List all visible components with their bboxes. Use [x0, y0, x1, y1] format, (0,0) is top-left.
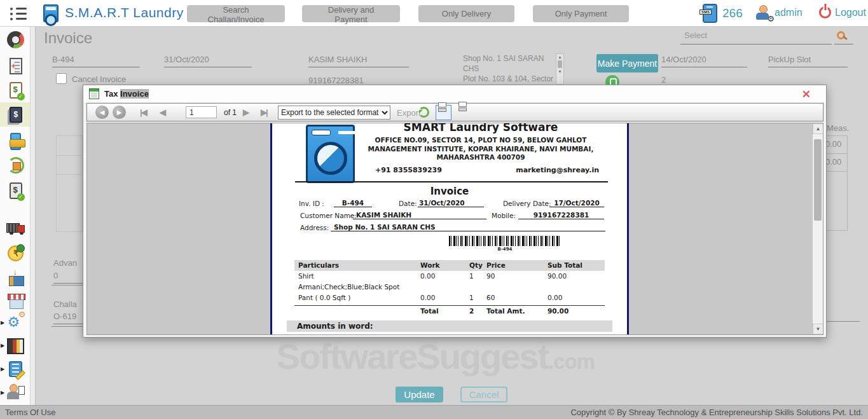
- page-title: Invoice: [44, 29, 92, 47]
- refresh-icon[interactable]: [418, 107, 429, 118]
- scroll-down-icon[interactable]: ▼: [813, 324, 823, 334]
- only-payment-button[interactable]: Only Payment: [533, 5, 629, 22]
- delivery-truck-icon: [6, 221, 25, 235]
- viewer-scrollbar[interactable]: ▲ ▼: [812, 123, 823, 334]
- history-forward-button[interactable]: ▶: [113, 106, 126, 119]
- scrollbar-thumb[interactable]: [814, 139, 822, 221]
- sidebar-item-new-order[interactable]: [0, 54, 31, 78]
- next-page-button[interactable]: ▶: [243, 107, 248, 117]
- collection-rupee-icon: [8, 245, 24, 261]
- report-viewer: SMART Laundry Software OFFICE NO.09, SEC…: [86, 123, 823, 335]
- print-icon[interactable]: [457, 105, 472, 120]
- advance-field[interactable]: 0: [53, 271, 83, 284]
- inv-date-value: 31/Oct/2020: [418, 199, 484, 207]
- admin-user-icon[interactable]: ⚙: [755, 5, 772, 22]
- inv-id-label: Inv. ID :: [299, 200, 324, 207]
- search-field[interactable]: [834, 31, 853, 45]
- inv-customer-value: KASIM SHAIKH: [353, 211, 486, 219]
- address-scrollbar[interactable]: ▲▼: [556, 53, 564, 85]
- sidebar-item-package-return[interactable]: [0, 153, 31, 177]
- terms-of-use-link[interactable]: Terms Of Use: [5, 408, 55, 417]
- sidebar-item-delivery[interactable]: [0, 216, 31, 240]
- history-back-button[interactable]: ◀: [95, 106, 109, 119]
- sidebar-item-dashboard[interactable]: [0, 27, 31, 52]
- sidebar-item-accounts[interactable]: [0, 380, 31, 404]
- sidebar-item-inward[interactable]: [0, 266, 31, 290]
- package-return-icon: [7, 156, 25, 174]
- challan-label: Challa: [53, 299, 83, 312]
- logout-button[interactable]: Logout: [835, 7, 866, 18]
- export-format-select[interactable]: Export to the selected format: [278, 106, 390, 120]
- page-number-input[interactable]: [186, 106, 217, 118]
- inv-mobile-value: 919167228381: [518, 211, 604, 219]
- search-icon[interactable]: [837, 31, 845, 39]
- table-row: Shirt 0.00 1 90 90.00: [294, 271, 605, 282]
- sidebar-item-invoice[interactable]: [0, 102, 31, 127]
- sms-phone-icon[interactable]: [703, 4, 717, 23]
- admin-user-label[interactable]: admin: [775, 7, 803, 18]
- top-bar: S.M.A.R.T Laundry Search Challan/Invoice…: [0, 0, 868, 27]
- challan-clipboard-icon: [10, 182, 22, 199]
- select-dropdown[interactable]: Select: [680, 31, 832, 45]
- amounts-in-word-label: Amounts in word:: [287, 320, 612, 332]
- invoice-date-field[interactable]: 31/Oct/2020: [164, 55, 252, 67]
- address-textarea[interactable]: Shop No. 1 SAI SARAN CHS Plot No. 103 & …: [463, 53, 565, 85]
- advance-label: Advan: [53, 258, 83, 271]
- sidebar-item-collection[interactable]: [0, 241, 31, 265]
- update-button[interactable]: Update: [396, 387, 443, 402]
- meas-column-header: Meas.: [827, 123, 852, 136]
- delivery-date-field[interactable]: 14/Oct/2020: [661, 55, 747, 67]
- print-preview-icon[interactable]: [436, 105, 451, 120]
- invoice-documents-icon: [10, 107, 22, 123]
- inv-id-value: B-494: [334, 199, 372, 207]
- register-edit-icon: [9, 361, 22, 377]
- challan-field[interactable]: O-619: [53, 312, 83, 324]
- invoice-company-name: SMART Laundry Software: [356, 123, 605, 134]
- hidden-items-grid: [56, 135, 83, 232]
- meas-value: 0.00: [825, 139, 847, 152]
- sidebar-item-estimate[interactable]: [0, 78, 31, 102]
- delivery-and-payment-button[interactable]: Delivery and Payment: [302, 5, 400, 22]
- cancel-invoice-checkbox[interactable]: [56, 73, 67, 84]
- invoice-company-address: OFFICE NO.09, SECTOR 14, PLOT NO 59, BEL…: [356, 136, 605, 162]
- menu-hamburger-icon[interactable]: [10, 8, 27, 20]
- sidebar-item-store[interactable]: [0, 289, 31, 313]
- watermark: SoftwareSuggest.com: [216, 336, 655, 377]
- sidebar-item-payment[interactable]: [0, 129, 31, 153]
- meas-value: 0.00: [825, 157, 847, 170]
- footer-bar: Terms Of Use Copyright © By Shreay Techn…: [0, 405, 868, 419]
- sidebar-item-register[interactable]: [0, 357, 31, 381]
- prev-page-button[interactable]: ◀: [160, 107, 165, 117]
- app-logo-washing-machine-icon: [43, 4, 59, 22]
- make-payment-button[interactable]: Make Payment: [596, 54, 658, 72]
- only-delivery-button[interactable]: Only Delivery: [418, 5, 514, 22]
- sidebar-item-reports[interactable]: [0, 333, 31, 357]
- barcode-image: [449, 236, 561, 246]
- customer-name-field[interactable]: KASIM SHAIKH: [308, 55, 409, 67]
- cancel-button[interactable]: Cancel: [460, 387, 507, 402]
- invoice-company-phone: +91 8355839239: [375, 166, 442, 174]
- gear-icon: ⚙: [767, 14, 775, 24]
- payment-phone-card-icon: [10, 133, 21, 150]
- app-title: S.M.A.R.T Laundry: [65, 5, 184, 20]
- invoice-items-table: Particulars Work Qty Price Sub Total Shi…: [294, 260, 605, 316]
- left-sidebar: [0, 27, 36, 405]
- pickup-slot-field[interactable]: PickUp Slot: [768, 55, 848, 67]
- power-icon[interactable]: [819, 6, 831, 18]
- invoice-doc-title: Invoice: [272, 186, 627, 197]
- close-icon[interactable]: ✕: [802, 88, 811, 101]
- search-challan-invoice-button[interactable]: Search Challan/Invoice: [187, 5, 285, 22]
- scroll-up-icon[interactable]: ▲: [813, 123, 823, 134]
- sidebar-item-challan[interactable]: [0, 179, 31, 203]
- sidebar-item-settings[interactable]: [0, 310, 31, 334]
- invoice-number-field[interactable]: B-494: [52, 55, 140, 67]
- inv-date-label: Date:: [399, 200, 417, 207]
- first-page-button[interactable]: |◀: [140, 107, 146, 117]
- copyright-text: Copyright © By Shreay Technology & Entre…: [570, 408, 863, 417]
- invoice-document: SMART Laundry Software OFFICE NO.09, SEC…: [270, 123, 629, 335]
- sms-count: 266: [722, 6, 743, 20]
- last-page-button[interactable]: ▶|: [261, 107, 267, 117]
- invoice-company-email: marketing@shreay.in: [516, 166, 599, 174]
- app-window: S.M.A.R.T Laundry Search Challan/Invoice…: [0, 0, 868, 419]
- reports-books-icon: [7, 338, 24, 354]
